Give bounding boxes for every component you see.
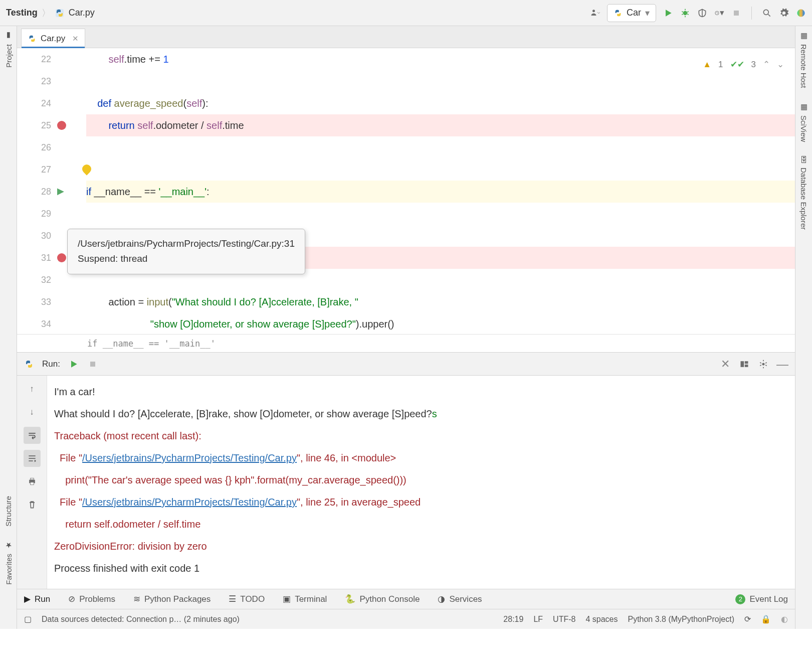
settings-icon[interactable] bbox=[758, 359, 769, 370]
line-number: 26 bbox=[36, 136, 51, 158]
tooltip-suspend: Suspend: thread bbox=[78, 251, 295, 266]
sync-icon[interactable]: ⟳ bbox=[744, 614, 751, 624]
line-number: 25 bbox=[36, 114, 51, 136]
remote-icon: ▦ bbox=[799, 31, 808, 40]
jetbrains-icon[interactable] bbox=[796, 8, 806, 18]
python-interpreter[interactable]: Python 3.8 (MyPythonProject) bbox=[628, 615, 734, 624]
debug-button[interactable] bbox=[680, 8, 690, 18]
chevron-up-icon[interactable]: ⌃ bbox=[763, 59, 770, 70]
line-number: 27 bbox=[36, 158, 51, 181]
star-icon: ★ bbox=[4, 541, 13, 550]
line-number: 29 bbox=[36, 203, 51, 225]
close-tab-icon[interactable]: ✕ bbox=[72, 34, 79, 43]
code-editor[interactable]: 22 23 24 25 26 27 28 29 30 31 32 33 34 ▶ bbox=[17, 48, 795, 334]
inspection-widget[interactable]: ▲1 ✔✔3 ⌃ ⌄ bbox=[703, 59, 784, 70]
down-stack-button[interactable]: ↓ bbox=[24, 404, 41, 421]
cursor-position[interactable]: 28:19 bbox=[503, 615, 523, 624]
console-exit: Process finished with exit code 1 bbox=[54, 557, 788, 579]
line-number: 31 bbox=[36, 247, 51, 269]
packages-tool-button[interactable]: ≋Python Packages bbox=[133, 594, 211, 604]
console-line: I'm a car! bbox=[54, 381, 788, 403]
chevron-down-icon[interactable]: ⌄ bbox=[777, 59, 784, 70]
bottom-tool-bar: ▶Run ⊘Problems ≋Python Packages ☰TODO ▣T… bbox=[17, 589, 795, 609]
svg-rect-8 bbox=[741, 361, 744, 367]
breadcrumb-project[interactable]: Testing bbox=[6, 8, 38, 18]
stop-button[interactable] bbox=[731, 8, 741, 18]
minimize-icon[interactable]: — bbox=[777, 359, 788, 370]
run-configuration-selector[interactable]: Car ▾ bbox=[607, 4, 656, 22]
console-traceback: File "/Users/jetbrains/PycharmProjects/T… bbox=[54, 447, 788, 469]
coverage-button[interactable] bbox=[697, 8, 707, 18]
up-stack-button[interactable]: ↑ bbox=[24, 381, 41, 398]
scroll-to-end-button[interactable] bbox=[24, 450, 41, 467]
event-log-tool-button[interactable]: 2Event Log bbox=[735, 594, 788, 604]
event-count-badge: 2 bbox=[735, 594, 745, 604]
line-separator[interactable]: LF bbox=[533, 615, 543, 624]
editor-tab[interactable]: Car.py ✕ bbox=[21, 29, 85, 48]
code-context-bar[interactable]: if __name__ == '__main__' bbox=[17, 334, 795, 352]
editor-tab-label: Car.py bbox=[41, 34, 65, 44]
search-icon[interactable] bbox=[762, 8, 772, 18]
editor-tab-bar: Car.py ✕ bbox=[17, 26, 795, 48]
problems-tool-button[interactable]: ⊘Problems bbox=[68, 594, 115, 604]
breakpoint-icon[interactable] bbox=[57, 121, 66, 130]
dropdown-icon: ▾ bbox=[645, 8, 650, 19]
console-output[interactable]: I'm a car! What should I do? [A]ccelerat… bbox=[47, 376, 795, 589]
database-tab[interactable]: 🗄Database Explorer bbox=[799, 156, 808, 230]
file-link[interactable]: /Users/jetbrains/PycharmProjects/Testing… bbox=[82, 497, 297, 508]
file-encoding[interactable]: UTF-8 bbox=[553, 615, 575, 624]
presentation-icon[interactable]: ◐ bbox=[781, 614, 788, 624]
sciview-icon: ▦ bbox=[799, 102, 808, 111]
run-side-toolbar: ↑ ↓ bbox=[17, 376, 47, 589]
folder-icon: ▮ bbox=[4, 31, 13, 40]
python-console-tool-button[interactable]: 🐍Python Console bbox=[345, 594, 420, 604]
line-number: 28 bbox=[36, 181, 51, 203]
todo-tool-button[interactable]: ☰TODO bbox=[229, 594, 265, 604]
services-tool-button[interactable]: ◑Services bbox=[438, 594, 482, 604]
svg-point-5 bbox=[763, 10, 768, 15]
line-number: 22 bbox=[36, 48, 51, 70]
project-tool-tab[interactable]: Project▮ bbox=[4, 31, 13, 68]
layout-icon[interactable] bbox=[739, 359, 750, 370]
breakpoint-icon[interactable] bbox=[57, 253, 66, 262]
run-line-marker-icon[interactable]: ▶ bbox=[57, 186, 64, 197]
close-icon[interactable]: ✕ bbox=[720, 359, 731, 370]
remote-host-tab[interactable]: ▦Remote Host bbox=[799, 31, 808, 88]
line-number: 34 bbox=[36, 313, 51, 334]
run-config-name: Car bbox=[627, 8, 641, 18]
stop-button[interactable] bbox=[87, 359, 98, 370]
lock-icon[interactable]: 🔒 bbox=[761, 614, 771, 624]
python-icon bbox=[614, 9, 623, 18]
svg-point-6 bbox=[797, 9, 805, 17]
todo-icon: ☰ bbox=[229, 594, 236, 604]
line-number: 24 bbox=[36, 92, 51, 114]
profile-button[interactable]: ▾ bbox=[714, 8, 724, 18]
settings-icon[interactable] bbox=[779, 8, 789, 18]
warning-icon: ▲ bbox=[703, 60, 711, 70]
user-dropdown-icon[interactable] bbox=[590, 8, 600, 18]
code-area[interactable]: self.time += 1 def average_speed(self): … bbox=[86, 48, 795, 334]
warning-count: 1 bbox=[718, 60, 723, 70]
indent-setting[interactable]: 4 spaces bbox=[585, 615, 618, 624]
console-traceback: File "/Users/jetbrains/PycharmProjects/T… bbox=[54, 491, 788, 513]
print-button[interactable] bbox=[24, 473, 41, 490]
rerun-button[interactable] bbox=[68, 359, 79, 370]
terminal-icon: ▣ bbox=[283, 594, 291, 604]
breadcrumb-file[interactable]: Car.py bbox=[69, 8, 95, 18]
quick-access-icon[interactable]: ▢ bbox=[24, 614, 32, 624]
terminal-tool-button[interactable]: ▣Terminal bbox=[283, 594, 327, 604]
file-link[interactable]: /Users/jetbrains/PycharmProjects/Testing… bbox=[82, 452, 297, 463]
run-tool-button[interactable]: ▶Run bbox=[24, 594, 50, 604]
sciview-tab[interactable]: ▦SciView bbox=[799, 102, 808, 142]
favorites-tool-tab[interactable]: Favorites★ bbox=[4, 541, 13, 585]
soft-wrap-button[interactable] bbox=[24, 427, 41, 444]
structure-tool-tab[interactable]: Structure bbox=[4, 496, 13, 527]
separator bbox=[751, 7, 752, 20]
status-message[interactable]: Data sources detected: Connection p… (2 … bbox=[42, 615, 240, 624]
line-number: 33 bbox=[36, 291, 51, 313]
svg-point-11 bbox=[762, 363, 765, 365]
editor-gutter[interactable]: 22 23 24 25 26 27 28 29 30 31 32 33 34 ▶ bbox=[17, 48, 86, 334]
run-button[interactable] bbox=[663, 8, 673, 18]
svg-rect-10 bbox=[745, 364, 748, 367]
clear-button[interactable] bbox=[24, 496, 41, 513]
